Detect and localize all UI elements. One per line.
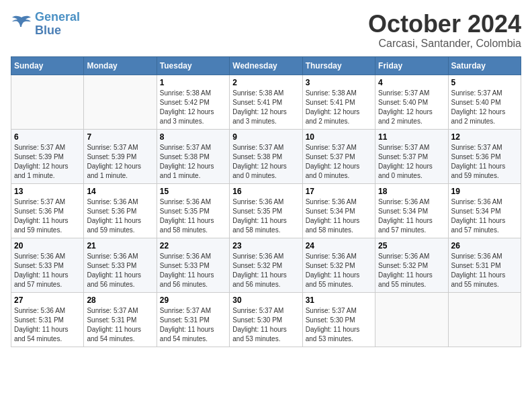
day-info: Sunrise: 5:36 AM Sunset: 5:34 PM Dayligh…	[378, 197, 445, 235]
day-number: 27	[14, 295, 81, 305]
day-number: 13	[14, 187, 81, 196]
day-info: Sunrise: 5:36 AM Sunset: 5:31 PM Dayligh…	[451, 252, 518, 289]
location: Carcasi, Santander, Colombia	[368, 38, 521, 50]
month-title: October 2024	[368, 11, 521, 38]
day-info: Sunrise: 5:36 AM Sunset: 5:35 PM Dayligh…	[160, 197, 226, 235]
day-number: 3	[306, 78, 372, 87]
week-row-3: 13Sunrise: 5:37 AM Sunset: 5:36 PM Dayli…	[11, 183, 521, 238]
calendar-cell: 21Sunrise: 5:36 AM Sunset: 5:33 PM Dayli…	[84, 238, 157, 292]
day-number: 18	[378, 187, 445, 196]
day-number: 6	[14, 132, 81, 142]
calendar-cell: 2Sunrise: 5:38 AM Sunset: 5:41 PM Daylig…	[230, 75, 302, 129]
weekday-header-sunday: Sunday	[11, 56, 84, 75]
day-number: 20	[14, 241, 81, 250]
logo-text: General Blue	[35, 11, 80, 38]
calendar-cell: 27Sunrise: 5:36 AM Sunset: 5:31 PM Dayli…	[11, 292, 84, 347]
day-number: 15	[160, 187, 226, 196]
calendar-cell: 9Sunrise: 5:37 AM Sunset: 5:38 PM Daylig…	[230, 129, 302, 183]
calendar-cell: 24Sunrise: 5:36 AM Sunset: 5:32 PM Dayli…	[302, 238, 375, 292]
logo-icon	[11, 15, 32, 34]
weekday-header-friday: Friday	[375, 56, 448, 75]
calendar-cell	[448, 292, 521, 347]
day-number: 5	[451, 78, 518, 87]
calendar-cell	[84, 75, 157, 129]
day-number: 25	[378, 241, 445, 250]
calendar-cell: 19Sunrise: 5:36 AM Sunset: 5:34 PM Dayli…	[448, 183, 521, 238]
calendar-cell: 13Sunrise: 5:37 AM Sunset: 5:36 PM Dayli…	[11, 183, 84, 238]
day-number: 22	[160, 241, 226, 250]
day-info: Sunrise: 5:37 AM Sunset: 5:39 PM Dayligh…	[87, 143, 153, 181]
day-number: 31	[306, 295, 372, 305]
weekday-header-tuesday: Tuesday	[157, 56, 229, 75]
day-number: 21	[87, 241, 153, 250]
day-info: Sunrise: 5:38 AM Sunset: 5:42 PM Dayligh…	[160, 89, 226, 126]
day-info: Sunrise: 5:38 AM Sunset: 5:41 PM Dayligh…	[232, 89, 299, 126]
week-row-5: 27Sunrise: 5:36 AM Sunset: 5:31 PM Dayli…	[11, 292, 521, 347]
day-info: Sunrise: 5:36 AM Sunset: 5:33 PM Dayligh…	[160, 252, 226, 289]
calendar-table: SundayMondayTuesdayWednesdayThursdayFrid…	[11, 56, 521, 347]
title-block: October 2024 Carcasi, Santander, Colombi…	[368, 11, 521, 50]
day-info: Sunrise: 5:37 AM Sunset: 5:38 PM Dayligh…	[160, 143, 226, 181]
day-info: Sunrise: 5:36 AM Sunset: 5:36 PM Dayligh…	[87, 197, 153, 235]
day-number: 7	[87, 132, 153, 142]
calendar-cell: 12Sunrise: 5:37 AM Sunset: 5:36 PM Dayli…	[448, 129, 521, 183]
calendar-cell: 25Sunrise: 5:36 AM Sunset: 5:32 PM Dayli…	[375, 238, 448, 292]
calendar-cell: 1Sunrise: 5:38 AM Sunset: 5:42 PM Daylig…	[157, 75, 229, 129]
day-info: Sunrise: 5:36 AM Sunset: 5:33 PM Dayligh…	[14, 252, 81, 289]
day-number: 29	[160, 295, 226, 305]
day-info: Sunrise: 5:37 AM Sunset: 5:31 PM Dayligh…	[87, 306, 153, 344]
day-info: Sunrise: 5:36 AM Sunset: 5:32 PM Dayligh…	[306, 252, 372, 289]
calendar-cell: 20Sunrise: 5:36 AM Sunset: 5:33 PM Dayli…	[11, 238, 84, 292]
calendar-cell: 18Sunrise: 5:36 AM Sunset: 5:34 PM Dayli…	[375, 183, 448, 238]
day-number: 24	[306, 241, 372, 250]
day-info: Sunrise: 5:36 AM Sunset: 5:33 PM Dayligh…	[87, 252, 153, 289]
weekday-header-monday: Monday	[84, 56, 157, 75]
calendar-cell: 11Sunrise: 5:37 AM Sunset: 5:37 PM Dayli…	[375, 129, 448, 183]
week-row-2: 6Sunrise: 5:37 AM Sunset: 5:39 PM Daylig…	[11, 129, 521, 183]
day-info: Sunrise: 5:38 AM Sunset: 5:41 PM Dayligh…	[306, 89, 372, 126]
calendar-cell	[11, 75, 84, 129]
calendar-cell: 8Sunrise: 5:37 AM Sunset: 5:38 PM Daylig…	[157, 129, 229, 183]
calendar-cell: 22Sunrise: 5:36 AM Sunset: 5:33 PM Dayli…	[157, 238, 229, 292]
calendar-cell: 3Sunrise: 5:38 AM Sunset: 5:41 PM Daylig…	[302, 75, 375, 129]
day-number: 30	[232, 295, 299, 305]
day-info: Sunrise: 5:37 AM Sunset: 5:30 PM Dayligh…	[306, 306, 372, 344]
day-number: 4	[378, 78, 445, 87]
day-info: Sunrise: 5:37 AM Sunset: 5:37 PM Dayligh…	[378, 143, 445, 181]
day-info: Sunrise: 5:36 AM Sunset: 5:34 PM Dayligh…	[451, 197, 518, 235]
weekday-header-thursday: Thursday	[302, 56, 375, 75]
page-header: General Blue October 2024 Carcasi, Santa…	[11, 11, 521, 50]
day-number: 9	[232, 132, 299, 142]
calendar-cell: 6Sunrise: 5:37 AM Sunset: 5:39 PM Daylig…	[11, 129, 84, 183]
day-number: 10	[306, 132, 372, 142]
calendar-cell: 10Sunrise: 5:37 AM Sunset: 5:37 PM Dayli…	[302, 129, 375, 183]
day-info: Sunrise: 5:36 AM Sunset: 5:34 PM Dayligh…	[306, 197, 372, 235]
day-info: Sunrise: 5:36 AM Sunset: 5:31 PM Dayligh…	[14, 306, 81, 344]
day-number: 14	[87, 187, 153, 196]
weekday-header-row: SundayMondayTuesdayWednesdayThursdayFrid…	[11, 56, 521, 75]
day-info: Sunrise: 5:37 AM Sunset: 5:40 PM Dayligh…	[451, 89, 518, 126]
day-info: Sunrise: 5:37 AM Sunset: 5:40 PM Dayligh…	[378, 89, 445, 126]
day-info: Sunrise: 5:37 AM Sunset: 5:36 PM Dayligh…	[451, 143, 518, 181]
day-info: Sunrise: 5:37 AM Sunset: 5:36 PM Dayligh…	[14, 197, 81, 235]
day-info: Sunrise: 5:36 AM Sunset: 5:32 PM Dayligh…	[232, 252, 299, 289]
calendar-cell: 15Sunrise: 5:36 AM Sunset: 5:35 PM Dayli…	[157, 183, 229, 238]
day-number: 17	[306, 187, 372, 196]
day-info: Sunrise: 5:37 AM Sunset: 5:37 PM Dayligh…	[306, 143, 372, 181]
weekday-header-wednesday: Wednesday	[230, 56, 302, 75]
calendar-cell: 29Sunrise: 5:37 AM Sunset: 5:31 PM Dayli…	[157, 292, 229, 347]
calendar-cell: 14Sunrise: 5:36 AM Sunset: 5:36 PM Dayli…	[84, 183, 157, 238]
day-number: 1	[160, 78, 226, 87]
day-number: 8	[160, 132, 226, 142]
calendar-cell: 26Sunrise: 5:36 AM Sunset: 5:31 PM Dayli…	[448, 238, 521, 292]
calendar-cell: 5Sunrise: 5:37 AM Sunset: 5:40 PM Daylig…	[448, 75, 521, 129]
day-info: Sunrise: 5:37 AM Sunset: 5:31 PM Dayligh…	[160, 306, 226, 344]
calendar-cell: 16Sunrise: 5:36 AM Sunset: 5:35 PM Dayli…	[230, 183, 302, 238]
day-number: 11	[378, 132, 445, 142]
calendar-cell: 30Sunrise: 5:37 AM Sunset: 5:30 PM Dayli…	[230, 292, 302, 347]
week-row-1: 1Sunrise: 5:38 AM Sunset: 5:42 PM Daylig…	[11, 75, 521, 129]
calendar-cell: 7Sunrise: 5:37 AM Sunset: 5:39 PM Daylig…	[84, 129, 157, 183]
week-row-4: 20Sunrise: 5:36 AM Sunset: 5:33 PM Dayli…	[11, 238, 521, 292]
day-info: Sunrise: 5:36 AM Sunset: 5:32 PM Dayligh…	[378, 252, 445, 289]
day-number: 26	[451, 241, 518, 250]
